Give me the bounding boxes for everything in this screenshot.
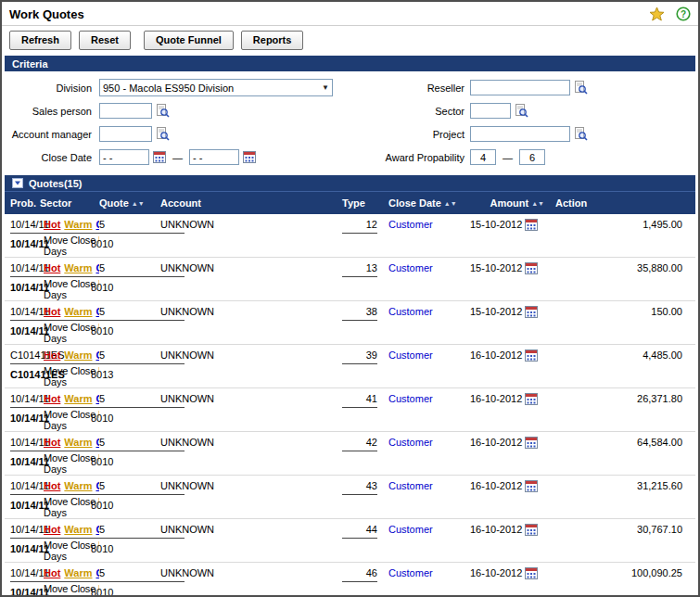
sort-descending-icon: ▼ — [138, 200, 145, 207]
quote-link[interactable]: 43 — [342, 478, 377, 495]
sector-browse-icon[interactable] — [515, 104, 528, 118]
type-link[interactable]: Customer — [388, 306, 433, 317]
close-date-range-separator: — — [172, 152, 183, 163]
type-link[interactable]: Customer — [388, 349, 433, 361]
project-input[interactable] — [470, 126, 570, 142]
close-date-from-input[interactable] — [99, 149, 149, 165]
type-link[interactable]: Customer — [388, 219, 433, 230]
close-date-to-calendar-icon[interactable] — [243, 151, 256, 163]
hot-link[interactable]: Hot — [44, 349, 60, 361]
quote-link[interactable]: 44 — [342, 522, 377, 539]
hot-link[interactable]: Hot — [44, 437, 60, 448]
row-calendar-icon[interactable] — [525, 524, 538, 536]
refresh-button[interactable]: Refresh — [9, 31, 71, 50]
reseller-label: Reseller — [345, 83, 470, 94]
amount-value: 150.00 — [552, 301, 695, 322]
quote-sort-icons[interactable]: ▲▼ — [132, 200, 145, 207]
reseller-browse-icon[interactable] — [574, 81, 588, 95]
account-manager-browse-icon[interactable] — [156, 127, 170, 141]
amount-sort-icons[interactable]: ▲▼ — [531, 200, 544, 207]
quote-link[interactable]: 46 — [342, 565, 377, 582]
account-manager-label: Account manager — [5, 129, 99, 140]
division-select[interactable]: 950 - Macola ES950 Division ▼ — [99, 79, 333, 96]
quote-link[interactable]: 39 — [342, 348, 377, 364]
amount-value: 30,767.10 — [552, 519, 695, 540]
quote-link[interactable]: 13 — [342, 260, 377, 277]
cold-link[interactable]: Cold — [95, 437, 99, 448]
quote-link[interactable]: 12 — [342, 217, 377, 234]
table-row: 5 UNKNOWN 13 10/14/11 10/14/118010 Custo… — [5, 258, 695, 301]
close-date-to-input[interactable] — [189, 149, 239, 165]
warm-link[interactable]: Warm — [64, 524, 92, 535]
hot-link[interactable]: Hot — [44, 480, 60, 491]
cold-link[interactable]: Cold — [95, 262, 99, 273]
sales-person-browse-icon[interactable] — [156, 104, 170, 118]
warm-link[interactable]: Warm — [64, 306, 92, 317]
quote-link[interactable]: 41 — [342, 391, 377, 408]
sector-value: UNKNOWN — [160, 301, 342, 322]
close-date-from-calendar-icon[interactable] — [153, 151, 166, 163]
quote-link[interactable]: 38 — [342, 304, 377, 321]
reset-button[interactable]: Reset — [79, 31, 131, 50]
collapse-section-icon[interactable] — [12, 178, 23, 188]
type-link[interactable]: Customer — [388, 524, 433, 535]
warm-link[interactable]: Warm — [64, 393, 92, 404]
row-calendar-icon[interactable] — [525, 480, 538, 492]
type-link[interactable]: Customer — [388, 567, 433, 578]
type-link[interactable]: Customer — [388, 262, 433, 273]
row-calendar-icon[interactable] — [525, 437, 538, 449]
warm-link[interactable]: Warm — [64, 219, 92, 230]
cold-link[interactable]: Cold — [95, 393, 99, 404]
warm-link[interactable]: Warm — [64, 567, 92, 578]
move-days-suffix: Days — [44, 289, 99, 300]
table-row: 5 UNKNOWN 46 10/14/11 10/14/118010 Custo… — [5, 563, 695, 597]
type-link[interactable]: Customer — [388, 393, 433, 404]
quote-link[interactable]: 42 — [342, 435, 377, 451]
toolbar: Refresh Reset Quote Funnel Reports — [2, 26, 698, 56]
favorites-star-icon[interactable] — [649, 6, 665, 21]
row-calendar-icon[interactable] — [525, 349, 538, 362]
account-manager-input[interactable] — [99, 126, 152, 142]
row-calendar-icon[interactable] — [525, 262, 538, 274]
award-probability-label: Award Propability — [345, 152, 470, 163]
warm-link[interactable]: Warm — [64, 349, 92, 361]
hot-link[interactable]: Hot — [44, 393, 60, 404]
cold-link[interactable]: Cold — [95, 306, 99, 317]
cold-link[interactable]: Cold — [95, 219, 99, 230]
hot-link[interactable]: Hot — [44, 567, 60, 578]
row-calendar-icon[interactable] — [525, 306, 538, 318]
cold-link[interactable]: Cold — [95, 567, 99, 578]
help-icon[interactable]: ? — [676, 6, 691, 21]
reports-button[interactable]: Reports — [241, 31, 304, 50]
type-link[interactable]: Customer — [388, 480, 433, 491]
warm-link[interactable]: Warm — [64, 262, 92, 273]
svg-text:?: ? — [681, 9, 686, 19]
sales-person-input[interactable] — [99, 103, 152, 119]
award-probability-to-input[interactable] — [519, 149, 545, 165]
amount-value: 31,215.60 — [552, 476, 695, 496]
warm-link[interactable]: Warm — [64, 480, 92, 491]
warm-link[interactable]: Warm — [64, 437, 92, 448]
close-date-sort-icons[interactable]: ▲▼ — [444, 200, 457, 207]
sector-input[interactable] — [470, 103, 511, 119]
move-days-suffix: Days — [44, 464, 99, 475]
cold-link[interactable]: Cold — [95, 480, 99, 491]
table-row: 5 UNKNOWN 42 10/14/11 10/14/118010 Custo… — [5, 432, 695, 476]
row-calendar-icon[interactable] — [525, 219, 538, 231]
hot-link[interactable]: Hot — [44, 219, 60, 230]
row-calendar-icon[interactable] — [525, 393, 538, 405]
reseller-input[interactable] — [470, 80, 570, 95]
hot-link[interactable]: Hot — [44, 306, 60, 317]
award-probability-from-input[interactable] — [470, 149, 496, 165]
project-browse-icon[interactable] — [574, 127, 588, 141]
sort-descending-icon: ▼ — [538, 200, 544, 207]
type-link[interactable]: Customer — [388, 437, 433, 448]
cold-link[interactable]: Cold — [95, 349, 99, 361]
sector-label: Sector — [345, 106, 470, 117]
quote-funnel-button[interactable]: Quote Funnel — [144, 31, 234, 50]
hot-link[interactable]: Hot — [44, 262, 60, 273]
sales-person-label: Sales person — [5, 106, 99, 117]
cold-link[interactable]: Cold — [95, 524, 99, 535]
row-calendar-icon[interactable] — [525, 567, 538, 579]
hot-link[interactable]: Hot — [44, 524, 60, 535]
